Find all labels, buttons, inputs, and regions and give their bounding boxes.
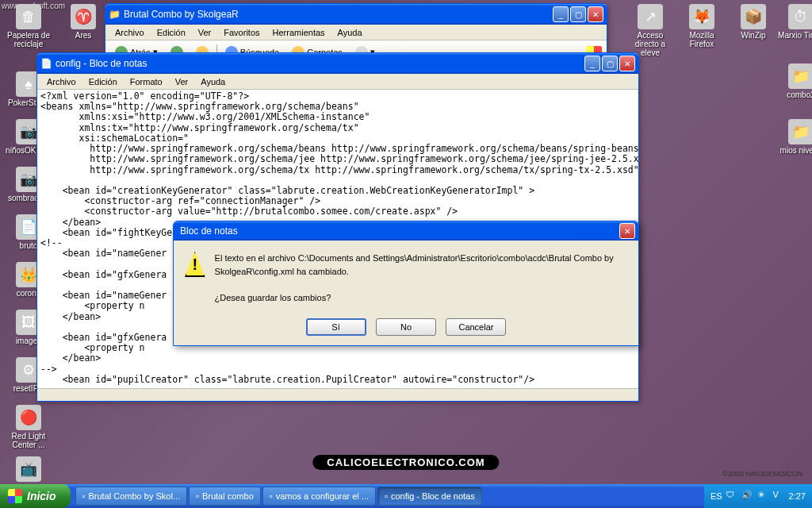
taskbar-item[interactable]: ▫config - Bloc de notas — [377, 487, 482, 506]
app-icon: ↗ — [638, 4, 663, 29]
desktop-icon[interactable]: ⏱Marxio Timer — [777, 4, 812, 40]
clock[interactable]: 2:27 — [789, 491, 806, 501]
system-tray[interactable]: ES 🛡 🔊 ☀ V 2:27 — [704, 484, 812, 508]
tray-icon[interactable]: 🛡 — [726, 490, 738, 502]
maximize-button[interactable]: ▢ — [602, 56, 618, 71]
minimize-button[interactable]: _ — [584, 56, 600, 71]
scrollbar-horizontal[interactable] — [37, 388, 638, 401]
app-icon: ⏱ — [788, 4, 812, 29]
desktop-icon[interactable]: ↗Acceso directo a eleve — [626, 4, 674, 57]
desktop-icon[interactable]: 🗑Papelera de reciclaje — [5, 4, 52, 48]
explorer-window[interactable]: 📁 Brutal Combo by SkolgeaR _ ▢ ✕ Archivo… — [105, 3, 607, 51]
app-icon: ▫ — [385, 491, 388, 501]
explorer-titlebar[interactable]: 📁 Brutal Combo by SkolgeaR _ ▢ ✕ — [105, 4, 607, 25]
menu-item[interactable]: Edición — [151, 26, 192, 39]
icon-label: combo2 — [777, 90, 812, 99]
icon-label: Papelera de reciclaje — [5, 31, 52, 48]
tray-icon[interactable]: V — [773, 490, 786, 502]
cancel-button[interactable]: Cancelar — [446, 318, 506, 336]
calico-logo: CALICOELECTRONICO.COM — [312, 455, 499, 470]
desktop-icon[interactable]: 📁combo2 — [777, 64, 812, 99]
taskbar-item[interactable]: ▫vamos a configurar el ... — [262, 487, 376, 506]
dialog-close-button[interactable]: ✕ — [619, 223, 635, 239]
app-icon: 🗑 — [16, 4, 41, 29]
icon-label: Red Light Center ... — [5, 432, 52, 449]
dialog-message-2: ¿Desea guardar los cambios? — [215, 291, 627, 305]
dialog-message-1: El texto en el archivo C:\Documents and … — [215, 252, 627, 278]
notepad-icon: 📄 — [40, 58, 52, 69]
lang-indicator[interactable]: ES — [710, 491, 722, 501]
notepad-titlebar[interactable]: 📄 config - Bloc de notas _ ▢ ✕ — [37, 53, 638, 74]
app-icon: 📺 — [16, 456, 41, 482]
dialog-titlebar[interactable]: Bloc de notas ✕ — [174, 221, 638, 241]
menu-item[interactable]: Ayuda — [194, 75, 232, 88]
menu-item[interactable]: Archivo — [109, 26, 151, 39]
menu-item[interactable]: Herramientas — [266, 26, 331, 39]
explorer-menubar: ArchivoEdiciónVerFavoritosHerramientasAy… — [105, 25, 607, 40]
menu-item[interactable]: Ver — [169, 75, 195, 88]
close-button[interactable]: ✕ — [588, 6, 603, 22]
notepad-title: config - Bloc de notas — [52, 58, 584, 69]
tray-icon[interactable]: 🔊 — [741, 490, 754, 502]
app-icon: 📁 — [788, 119, 812, 144]
taskbar: Inicio ▫Brutal Combo by Skol...▫Brutal c… — [0, 484, 812, 508]
folder-icon: 📁 — [109, 9, 121, 20]
notepad-menubar: ArchivoEdiciónFormatoVerAyuda — [37, 74, 638, 90]
icon-label: WinZip — [730, 31, 777, 40]
icon-label: Mozilla Firefox — [678, 31, 726, 48]
desktop-icon[interactable]: 🔴Red Light Center ... — [5, 405, 52, 449]
app-icon: 🦊 — [689, 4, 714, 29]
save-dialog: Bloc de notas ✕ ! El texto en el archivo… — [173, 221, 639, 346]
desktop-icon[interactable]: 📁mios nivel 2 — [777, 119, 812, 155]
start-button[interactable]: Inicio — [0, 484, 71, 508]
windows-logo-icon — [8, 489, 22, 503]
dialog-title: Bloc de notas — [177, 225, 619, 237]
app-icon: 🔴 — [16, 405, 41, 430]
taskbar-item[interactable]: ▫Brutal Combo by Skol... — [75, 487, 187, 506]
desktop-icon[interactable]: 🦊Mozilla Firefox — [678, 4, 726, 48]
menu-item[interactable]: Ayuda — [331, 26, 369, 39]
app-icon: 📦 — [741, 4, 766, 29]
menu-item[interactable]: Ver — [192, 26, 218, 39]
menu-item[interactable]: Formato — [124, 75, 169, 88]
taskbar-item[interactable]: ▫Brutal combo — [189, 487, 261, 506]
app-icon: ♈ — [71, 4, 96, 29]
app-icon: 📁 — [788, 64, 812, 89]
desktop-icon[interactable]: 📦WinZip — [730, 4, 777, 40]
app-icon: ▫ — [196, 491, 199, 501]
icon-label: Ares — [59, 31, 107, 40]
copyright: ©2008 NIKODEMO/CGN — [722, 470, 802, 478]
yes-button[interactable]: Sí — [306, 318, 366, 336]
warning-icon: ! — [185, 252, 205, 277]
menu-item[interactable]: Favoritos — [217, 26, 266, 39]
icon-label: Marxio Timer — [777, 31, 812, 40]
menu-item[interactable]: Archivo — [40, 75, 82, 88]
icon-label: mios nivel 2 — [777, 146, 812, 155]
close-button[interactable]: ✕ — [619, 56, 635, 71]
desktop-icon[interactable]: ♈Ares — [59, 4, 107, 40]
tray-icon[interactable]: ☀ — [757, 490, 770, 502]
app-icon: ▫ — [82, 491, 86, 501]
menu-item[interactable]: Edición — [82, 75, 124, 88]
no-button[interactable]: No — [376, 318, 436, 336]
explorer-title: Brutal Combo by SkolgeaR — [121, 9, 553, 20]
maximize-button[interactable]: ▢ — [570, 6, 586, 22]
minimize-button[interactable]: _ — [553, 6, 569, 22]
app-icon: ▫ — [270, 491, 273, 501]
